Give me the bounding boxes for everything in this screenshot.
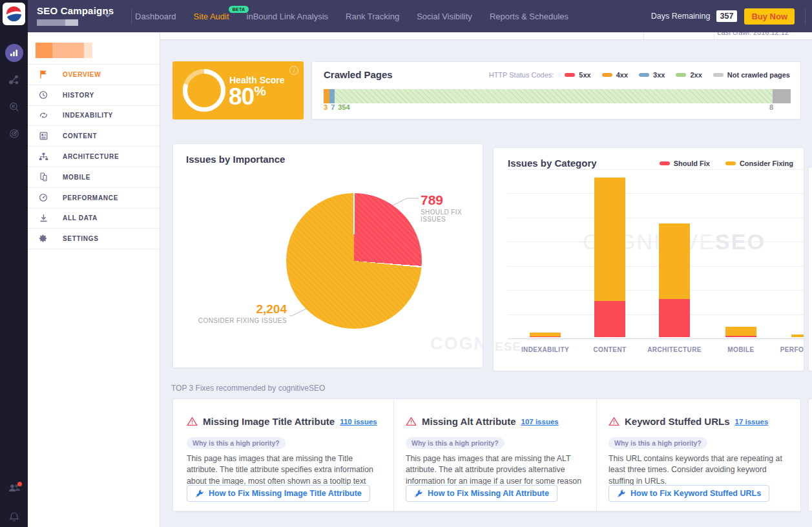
legend-label: Consider Fixing (740, 160, 793, 167)
legend-swatch (713, 73, 724, 77)
sidebar-item-content[interactable]: CONTENT (28, 126, 160, 147)
issues-by-importance-title: Issues by Importance (186, 154, 285, 165)
audit-sidebar: OVERVIEWHISTORYINDEXABILITYCONTENTARCHIT… (28, 32, 160, 527)
segment-consider-fixing (659, 223, 690, 299)
segment-consider-fixing (594, 178, 625, 301)
fix-title: Missing Image Title Attribute (203, 416, 335, 427)
document-icon (38, 132, 48, 140)
community-icon[interactable] (0, 483, 28, 493)
sidebar-item-overview[interactable]: OVERVIEW (28, 65, 160, 85)
how-to-fix-button[interactable]: How to Fix Keyword Stuffed URLs (609, 485, 769, 502)
site-audit-module-icon[interactable] (5, 44, 23, 62)
sidebar-item-architecture[interactable]: ARCHITECTURE (28, 147, 160, 167)
keyword-tool-module-icon[interactable]: K (0, 101, 28, 113)
issues-count-link[interactable]: 107 issues (521, 418, 559, 426)
nav-item-reports-schedules[interactable]: Reports & Schedules (490, 12, 568, 21)
scrolled-table-header: Last crawl: 2016.12.12 (160, 32, 812, 40)
last-crawl-label: Last crawl: 2016.12.12 (717, 32, 789, 36)
bar-performance (791, 335, 804, 337)
cutoff-card-edge (808, 167, 812, 371)
bar-segment-3xx (329, 89, 335, 103)
rank-tracking-module-icon[interactable] (0, 128, 28, 140)
keyword-search-icon: K (8, 101, 20, 113)
how-to-fix-button[interactable]: How to Fix Missing Image Title Attribute (187, 485, 370, 502)
app-logo[interactable] (3, 3, 25, 25)
legend-item-should-fix: Should Fix (660, 160, 710, 167)
how-to-fix-label: How to Fix Missing Alt Attribute (428, 489, 549, 498)
count-2xx: 354 (338, 103, 349, 111)
category-label-mobile: MOBILE (705, 346, 776, 353)
priority-question-badge: Why is this a high priority? (609, 437, 707, 449)
legend-label: 3xx (653, 71, 665, 79)
column-divider (643, 32, 644, 40)
cutoff-card-edge (808, 398, 812, 512)
bar-architecture (659, 223, 690, 337)
how-to-fix-label: How to Fix Keyword Stuffed URLs (630, 489, 761, 498)
category-label-performance: PERFORMANCE (771, 346, 804, 353)
issues-count-link[interactable]: 110 issues (340, 418, 377, 426)
legend-item-4xx: 4xx (602, 71, 628, 79)
priority-question-badge: Why is this a high priority? (406, 437, 505, 449)
legend-label: Should Fix (674, 160, 710, 167)
nav-item-inbound-link-analysis[interactable]: inBound Link Analysis (247, 12, 328, 21)
gridline (508, 315, 804, 315)
sidebar-item-label: ALL DATA (63, 214, 98, 222)
nav-item-rank-tracking[interactable]: Rank Tracking (346, 12, 399, 21)
issues-count-link[interactable]: 17 issues (735, 418, 769, 426)
legend-label: Not crawled pages (727, 71, 790, 79)
legend-swatch (676, 73, 686, 77)
warning-icon (406, 417, 417, 426)
fix-card-missing-alt-attribute: Missing Alt Attribute107 issuesWhy is th… (393, 399, 596, 511)
bar-segment-4xx (324, 89, 329, 103)
fix-card-header: Missing Alt Attribute107 issues (406, 416, 585, 427)
sidebar-item-performance[interactable]: PERFORMANCE (28, 188, 160, 209)
campaign-domain-placeholder (37, 19, 114, 26)
priority-question-badge: Why is this a high priority? (187, 437, 286, 449)
primary-nav: DashboardSite AuditBETAinBound Link Anal… (135, 0, 568, 32)
watermark: COGNITIVESEO (430, 334, 483, 354)
column-divider (714, 32, 714, 40)
issues-by-category-card: COGNITIVESEO ESE INDEXABILITYCONTENTARCH… (493, 147, 804, 371)
segment-consider-fixing (725, 327, 756, 336)
bar-chart-icon (10, 49, 19, 57)
sidebar-item-all-data[interactable]: ALL DATA (28, 209, 160, 229)
sidebar-item-mobile[interactable]: MOBILE (28, 167, 160, 188)
info-icon[interactable]: i (289, 66, 298, 75)
sidebar-item-settings[interactable]: SETTINGS (28, 229, 160, 249)
count-3xx: 7 (331, 103, 335, 111)
segment-consider-fixing (791, 335, 804, 337)
buy-now-button[interactable]: Buy Now (744, 8, 795, 25)
target-icon (8, 128, 20, 140)
audit-menu: OVERVIEWHISTORYINDEXABILITYCONTENTARCHIT… (28, 65, 160, 249)
sidebar-item-label: INDEXABILITY (63, 112, 113, 119)
issues-by-category-title: Issues by Category (508, 158, 597, 169)
site-audit-dashboard: K (0, 0, 812, 527)
segment-should-fix (725, 336, 756, 337)
nav-item-site-audit[interactable]: Site AuditBETA (194, 12, 229, 21)
warning-icon (609, 417, 619, 426)
link-graph-icon (8, 74, 19, 85)
how-to-fix-button[interactable]: How to Fix Missing Alt Attribute (406, 485, 557, 502)
bell-icon (9, 512, 19, 523)
legend-swatch (725, 161, 736, 165)
legend-item-not-crawled-pages: Not crawled pages (713, 71, 790, 79)
segment-should-fix (530, 336, 561, 337)
navbar-divider (805, 8, 806, 24)
gridline (508, 266, 804, 267)
issues-by-importance-card: Issues by Importance 789 SHOULD FIX ISSU… (172, 143, 483, 368)
health-score-value: 80% (229, 83, 266, 110)
wrench-icon (195, 490, 203, 498)
count-4xx: 3 (324, 103, 328, 111)
warning-icon (187, 417, 198, 426)
fix-title: Keyword Stuffed URLs (625, 416, 730, 427)
sidebar-item-history[interactable]: HISTORY (28, 85, 160, 106)
nav-item-social-visibility[interactable]: Social Visibility (417, 12, 472, 21)
fix-description: This page has images that are missing th… (406, 453, 585, 487)
download-icon (38, 214, 48, 222)
notifications-bell[interactable] (0, 512, 28, 523)
link-analysis-module-icon[interactable] (0, 74, 28, 85)
nav-item-dashboard[interactable]: Dashboard (135, 12, 176, 21)
campaign-selector[interactable]: SEO Campaigns (37, 5, 114, 26)
sidebar-item-label: OVERVIEW (63, 71, 101, 78)
sidebar-item-indexability[interactable]: INDEXABILITY (28, 106, 160, 127)
